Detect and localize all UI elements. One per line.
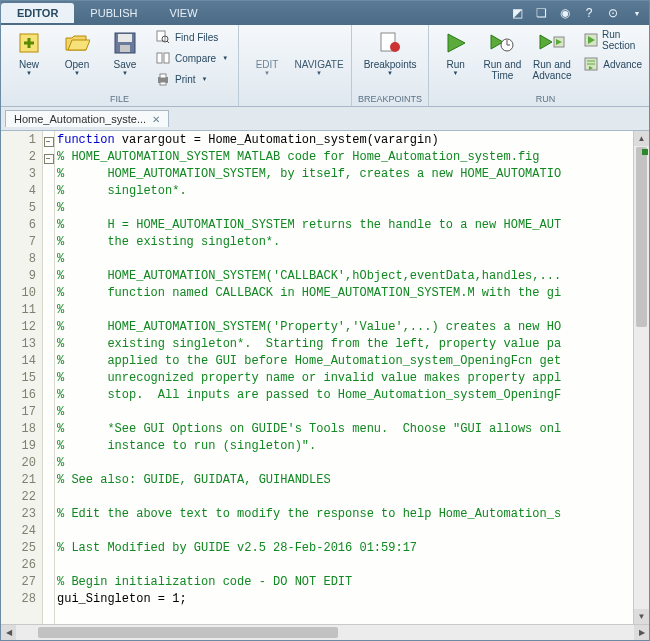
code-line[interactable]: % instance to run (singleton)".: [55, 439, 633, 456]
code-line[interactable]: % applied to the GUI before Home_Automat…: [55, 354, 633, 371]
find-files-button[interactable]: Find Files: [151, 27, 232, 47]
line-number: 3: [1, 167, 42, 184]
save-button[interactable]: Save▼: [103, 27, 147, 76]
line-number: 9: [1, 269, 42, 286]
fold-toggle: [43, 252, 54, 269]
svg-marker-21: [540, 35, 552, 49]
qat-help-icon[interactable]: ?: [578, 2, 600, 24]
horizontal-scrollbar[interactable]: ◀ ▶: [1, 624, 649, 640]
scroll-up-icon[interactable]: ▲: [634, 131, 649, 146]
advance-button[interactable]: Advance: [579, 54, 650, 74]
run-button[interactable]: Run▼: [435, 27, 476, 76]
fold-toggle[interactable]: [43, 133, 54, 150]
vertical-scrollbar[interactable]: ▲ ▼: [633, 131, 649, 624]
code-line[interactable]: % HOME_AUTOMATION_SYSTEM('CALLBACK',hObj…: [55, 269, 633, 286]
code-line[interactable]: %: [55, 252, 633, 269]
run-and-time-button[interactable]: Run and Time: [480, 27, 525, 81]
fold-toggle: [43, 575, 54, 592]
tab-view[interactable]: VIEW: [153, 3, 213, 23]
line-number: 23: [1, 507, 42, 524]
fold-toggle[interactable]: [43, 150, 54, 167]
fold-toggle: [43, 184, 54, 201]
code-line[interactable]: % HOME_AUTOMATION_SYSTEM MATLAB code for…: [55, 150, 633, 167]
find-files-icon: [155, 29, 171, 45]
code-line[interactable]: %: [55, 405, 633, 422]
code-line[interactable]: %: [55, 303, 633, 320]
code-line[interactable]: %: [55, 456, 633, 473]
scroll-left-icon[interactable]: ◀: [1, 625, 16, 640]
scroll-thumb[interactable]: [636, 147, 647, 327]
tab-editor[interactable]: EDITOR: [1, 3, 74, 23]
fold-toggle: [43, 303, 54, 320]
line-number: 22: [1, 490, 42, 507]
code-line[interactable]: gui_Singleton = 1;: [55, 592, 633, 609]
code-line[interactable]: function varargout = Home_Automation_sys…: [55, 133, 633, 150]
run-play-icon: [442, 29, 470, 57]
qat-minimize-ribbon-icon[interactable]: ⊙: [602, 2, 624, 24]
scroll-thumb[interactable]: [38, 627, 338, 638]
run-time-icon: [488, 29, 516, 57]
code-line[interactable]: % H = HOME_AUTOMATION_SYSTEM returns the…: [55, 218, 633, 235]
line-number: 28: [1, 592, 42, 609]
line-number: 25: [1, 541, 42, 558]
code-line[interactable]: % existing singleton*. Starting from the…: [55, 337, 633, 354]
code-line[interactable]: % HOME_AUTOMATION_SYSTEM('Property','Val…: [55, 320, 633, 337]
edit-button[interactable]: EDIT▼: [245, 27, 289, 76]
fold-toggle: [43, 592, 54, 609]
fold-toggle: [43, 524, 54, 541]
line-number: 17: [1, 405, 42, 422]
qat-layout-icon[interactable]: ❏: [530, 2, 552, 24]
line-number: 2: [1, 150, 42, 167]
run-section-button[interactable]: Run Section: [579, 27, 650, 53]
code-line[interactable]: [55, 524, 633, 541]
main-tabstrip: EDITOR PUBLISH VIEW ◩ ❏ ◉ ? ⊙ ▼: [1, 1, 649, 25]
print-button[interactable]: Print▼: [151, 69, 232, 89]
code-area[interactable]: function varargout = Home_Automation_sys…: [55, 131, 633, 624]
fold-toggle: [43, 558, 54, 575]
new-button[interactable]: New▼: [7, 27, 51, 76]
line-number: 8: [1, 252, 42, 269]
qat-search-icon[interactable]: ◉: [554, 2, 576, 24]
code-line[interactable]: % stop. All inputs are passed to Home_Au…: [55, 388, 633, 405]
line-number: 15: [1, 371, 42, 388]
line-number: 27: [1, 575, 42, 592]
file-tab-label: Home_Automation_syste...: [14, 113, 146, 125]
svg-rect-5: [120, 45, 130, 52]
code-line[interactable]: % Last Modified by GUIDE v2.5 28-Feb-201…: [55, 541, 633, 558]
code-line[interactable]: % Edit the above text to modify the resp…: [55, 507, 633, 524]
code-line[interactable]: %: [55, 201, 633, 218]
run-and-advance-button[interactable]: Run and Advance: [529, 27, 576, 81]
open-button[interactable]: Open▼: [55, 27, 99, 76]
tab-publish[interactable]: PUBLISH: [74, 3, 153, 23]
code-line[interactable]: % Begin initialization code - DO NOT EDI…: [55, 575, 633, 592]
close-icon[interactable]: ✕: [152, 114, 160, 125]
fold-gutter[interactable]: [43, 131, 55, 624]
code-line[interactable]: [55, 558, 633, 575]
breakpoints-button[interactable]: Breakpoints▼: [360, 27, 420, 76]
code-line[interactable]: % See also: GUIDE, GUIDATA, GUIHANDLES: [55, 473, 633, 490]
fold-toggle: [43, 405, 54, 422]
scroll-down-icon[interactable]: ▼: [634, 609, 649, 624]
code-line[interactable]: % *See GUI Options on GUIDE's Tools menu…: [55, 422, 633, 439]
fold-toggle: [43, 235, 54, 252]
qat-dropdown-icon[interactable]: ▼: [626, 2, 648, 24]
fold-toggle: [43, 167, 54, 184]
compare-button[interactable]: Compare▼: [151, 48, 232, 68]
code-line[interactable]: [55, 490, 633, 507]
file-tab[interactable]: Home_Automation_syste... ✕: [5, 110, 169, 127]
code-line[interactable]: % unrecognized property name or invalid …: [55, 371, 633, 388]
ribbon-group-label: FILE: [110, 92, 129, 106]
code-line[interactable]: % singleton*.: [55, 184, 633, 201]
qat-insert-icon[interactable]: ◩: [506, 2, 528, 24]
code-line[interactable]: % the existing singleton*.: [55, 235, 633, 252]
line-number: 11: [1, 303, 42, 320]
scroll-right-icon[interactable]: ▶: [634, 625, 649, 640]
code-editor[interactable]: 1234567891011121314151617181920212223242…: [1, 131, 649, 624]
line-number: 5: [1, 201, 42, 218]
breakpoints-icon: [376, 29, 404, 57]
line-number: 4: [1, 184, 42, 201]
navigate-button[interactable]: NAVIGATE▼: [293, 27, 345, 76]
code-line[interactable]: % function named CALLBACK in HOME_AUTOMA…: [55, 286, 633, 303]
code-line[interactable]: % HOME_AUTOMATION_SYSTEM, by itself, cre…: [55, 167, 633, 184]
line-number: 20: [1, 456, 42, 473]
